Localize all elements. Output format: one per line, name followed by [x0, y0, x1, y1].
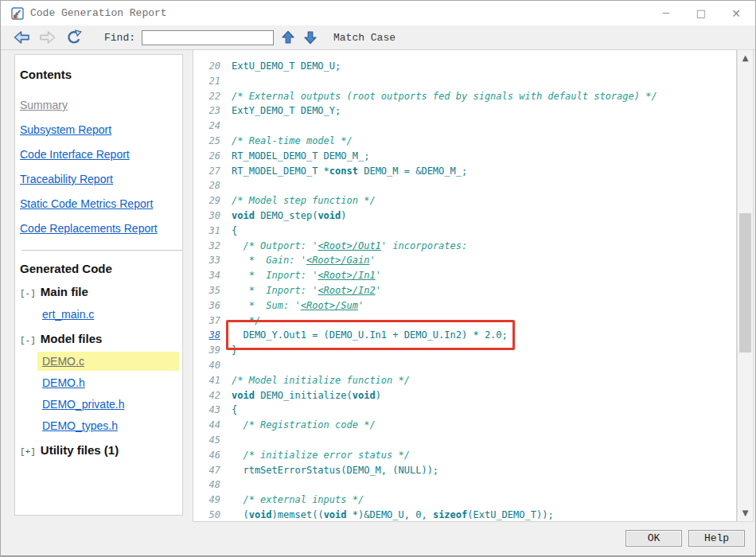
- code-text: {: [232, 403, 237, 418]
- sidebar-link-traceability-report[interactable]: Traceability Report: [20, 171, 113, 188]
- file-link-demo-types-h[interactable]: DEMO_types.h: [42, 419, 118, 432]
- code-line-number: 50: [200, 508, 220, 522]
- code-line-number: 26: [200, 149, 220, 164]
- code-trace-link[interactable]: <Root>/Gain: [306, 255, 369, 266]
- sidebar-link-code-interface-report[interactable]: Code Interface Report: [20, 146, 130, 163]
- code-line-number-link[interactable]: 38: [200, 328, 220, 343]
- code-trace-link[interactable]: <Root>/Sum: [301, 300, 358, 311]
- maximize-icon[interactable]: □: [684, 1, 719, 25]
- code-text: * Inport: '<Root>/In1': [232, 268, 381, 283]
- code-comment: /* Model initialize function */: [232, 375, 410, 386]
- tree-group-label-utility-files-1: Utility files (1): [41, 443, 119, 457]
- code-segment: void: [232, 390, 255, 401]
- sidebar-link-summary[interactable]: Summary: [20, 97, 68, 114]
- code-segment: rtmSetErrorStatus(DEMO_M, (NULL));: [232, 465, 438, 476]
- code-segment: ExtU_DEMO_T DEMO_U;: [232, 60, 341, 72]
- code-line: 31{: [200, 224, 736, 239]
- refresh-icon[interactable]: [65, 29, 83, 45]
- find-input[interactable]: [142, 30, 274, 45]
- ok-button[interactable]: OK: [625, 530, 682, 547]
- code-line-number: 39: [200, 343, 220, 358]
- scroll-up-icon[interactable]: ▲: [738, 53, 753, 62]
- file-link-demo-h[interactable]: DEMO.h: [42, 376, 85, 389]
- tree-group-label-model-files: Model files: [41, 332, 103, 345]
- file-link-demo-c[interactable]: DEMO.c: [42, 355, 84, 368]
- code-line: 38 DEMO_Y.Out1 = (DEMO_U.In1 + DEMO_U.In…: [200, 328, 736, 343]
- code-line-number: 31: [200, 224, 220, 239]
- code-line-number: 47: [200, 463, 220, 478]
- file-link-demo-private-h[interactable]: DEMO_private.h: [42, 398, 124, 411]
- code-text: /* external inputs */: [232, 493, 364, 508]
- code-lines: 20ExtU_DEMO_T DEMO_U;2122/* External out…: [193, 50, 736, 522]
- code-comment: /* initialize error status */: [232, 450, 410, 461]
- help-button[interactable]: Help: [688, 530, 745, 547]
- code-text: /* Model initialize function */: [232, 373, 410, 388]
- code-segment: void: [232, 210, 255, 221]
- find-previous-icon[interactable]: [281, 30, 295, 45]
- code-segment: }: [232, 345, 237, 356]
- expand-icon[interactable]: [+]: [20, 447, 36, 457]
- code-segment: DEMO_Y.Out1 = (DEMO_U.In1 + DEMO_U.In2) …: [232, 329, 508, 341]
- code-line-number: 46: [200, 448, 220, 463]
- minimize-icon[interactable]: ─: [649, 1, 684, 25]
- code-segment: {: [232, 404, 237, 415]
- sidebar-link-static-code-metrics-report[interactable]: Static Code Metrics Report: [20, 196, 153, 212]
- match-case-toggle[interactable]: Match Case: [333, 32, 396, 44]
- code-segment: void: [324, 509, 347, 520]
- code-trace-link[interactable]: <Root>/In2: [318, 285, 375, 296]
- code-trace-link[interactable]: <Root>/Out1: [318, 240, 380, 251]
- code-line-number: 34: [200, 268, 220, 283]
- code-comment: /* External outputs (root outports fed b…: [232, 91, 657, 102]
- collapse-icon[interactable]: [-]: [20, 336, 36, 345]
- code-text: RT_MODEL_DEMO_T DEMO_M_;: [232, 149, 369, 164]
- scrollbar-thumb[interactable]: [739, 213, 751, 353]
- code-trace-link[interactable]: <Root>/In1: [318, 270, 375, 281]
- code-line-number: 28: [200, 178, 220, 193]
- forward-icon[interactable]: [37, 29, 57, 45]
- code-line-number: 35: [200, 283, 220, 298]
- generated-tree: [-]Main fileert_main.c[-]Model filesDEMO…: [20, 285, 179, 457]
- code-comment: /* Registration code */: [232, 419, 376, 430]
- tree-group-header: [+]Utility files (1): [20, 443, 179, 457]
- code-segment: DEMO_initialize(: [255, 390, 353, 401]
- collapse-icon[interactable]: [-]: [20, 289, 36, 298]
- code-text: /* Registration code */: [232, 418, 376, 433]
- code-text: {: [232, 224, 237, 239]
- code-line: 34 * Inport: '<Root>/In1': [200, 268, 736, 283]
- code-segment: void: [249, 509, 272, 520]
- code-line-number: 23: [200, 103, 220, 119]
- code-text: /* Model step function */: [232, 193, 376, 208]
- code-line-number: 42: [200, 388, 220, 403]
- code-segment: void: [353, 390, 376, 401]
- code-comment: */: [232, 315, 260, 326]
- find-next-icon[interactable]: [303, 30, 318, 45]
- code-comment: ': [376, 270, 381, 281]
- sidebar-link-subsystem-report[interactable]: Subsystem Report: [20, 122, 111, 138]
- code-text: /* Outport: '<Root>/Out1' incorporates:: [232, 239, 467, 254]
- code-line-number: 20: [200, 59, 220, 74]
- sidebar-link-code-replacements-report[interactable]: Code Replacements Report: [20, 220, 158, 237]
- close-icon[interactable]: ✕: [719, 1, 754, 25]
- code-line-number: 49: [200, 493, 220, 508]
- code-text: /* Real-time model */: [232, 134, 353, 149]
- file-link-ert-main-c[interactable]: ert_main.c: [42, 308, 94, 321]
- code-view: 20ExtU_DEMO_T DEMO_U;2122/* External out…: [193, 49, 737, 522]
- code-text: * Sum: '<Root>/Sum': [232, 298, 364, 314]
- code-line-number: 32: [200, 239, 220, 254]
- code-segment: sizeof: [433, 509, 467, 520]
- back-icon[interactable]: [13, 29, 32, 45]
- vertical-scrollbar[interactable]: ▲ ▼: [737, 49, 754, 522]
- window-title: Code Generation Report: [30, 7, 167, 19]
- code-line: 43{: [200, 403, 736, 418]
- code-comment: ': [369, 255, 375, 266]
- highlighted-code-box: DEMO_Y.Out1 = (DEMO_U.In1 + DEMO_U.In2) …: [232, 328, 508, 343]
- code-text: * Gain: '<Root>/Gain': [232, 253, 376, 268]
- code-text: }: [232, 343, 237, 358]
- code-comment: * Sum: ': [232, 300, 301, 311]
- code-segment: RT_MODEL_DEMO_T *: [232, 166, 329, 177]
- tree-group-label-main-file: Main file: [41, 285, 88, 298]
- code-generation-report-window: Code Generation Report ─ □ ✕ Find: Match…: [0, 0, 756, 557]
- code-segment: ExtY_DEMO_T DEMO_Y;: [232, 105, 341, 116]
- scroll-down-icon[interactable]: ▼: [738, 508, 753, 517]
- code-line: 24: [200, 119, 736, 134]
